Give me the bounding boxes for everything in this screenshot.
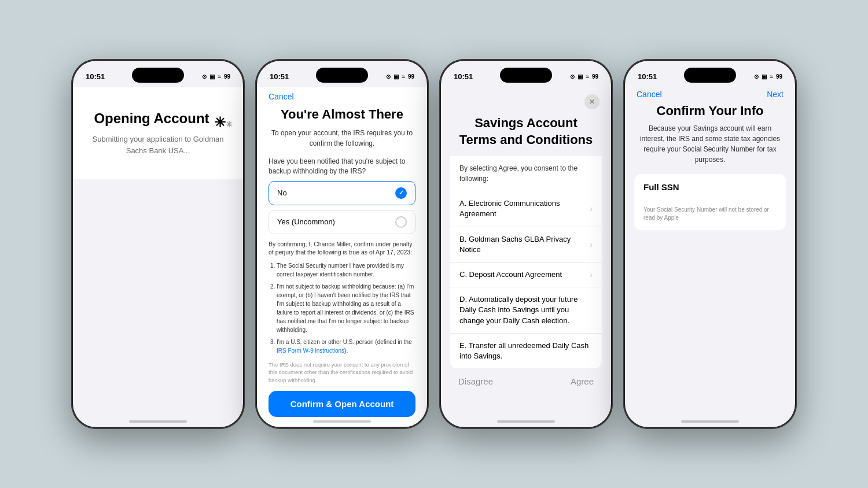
certify-item-1: The Social Security number I have provid… xyxy=(277,261,415,279)
battery-label-2: 99 xyxy=(408,73,414,80)
terms-content[interactable]: By selecting Agree, you consent to the f… xyxy=(441,156,611,368)
ssn-input[interactable] xyxy=(643,197,777,205)
status-icons-1: ⊙ ▣ ≈ 99 xyxy=(202,73,230,80)
phone-1: 10:51 ⊙ ▣ ≈ 99 Opening Account ✳ Submitt… xyxy=(71,59,245,429)
battery-label-4: 99 xyxy=(776,73,782,80)
loading-spinner: ✳ xyxy=(214,114,222,123)
almost-there-subtitle: To open your account, the IRS requires y… xyxy=(269,128,415,149)
terms-item-b[interactable]: B. Goldman Sachs GLBA Privacy Notice › xyxy=(450,227,602,263)
battery-label: 99 xyxy=(224,73,230,80)
status-time-4: 10:51 xyxy=(638,72,657,81)
terms-item-d: D. Automatically deposit your future Dai… xyxy=(450,287,602,334)
terms-item-e: E. Transfer all unredeemed Daily Cash in… xyxy=(450,334,602,368)
radio-no-label: No xyxy=(277,188,287,197)
status-icons-4: ⊙ ▣ ≈ 99 xyxy=(754,73,782,80)
nav-bar-2: Cancel xyxy=(257,87,427,105)
terms-item-c[interactable]: C. Deposit Account Agreement › xyxy=(450,263,602,287)
status-time-3: 10:51 xyxy=(454,72,473,81)
agree-button[interactable]: Agree xyxy=(571,376,594,386)
ssn-card: Full SSN Your Social Security Number wil… xyxy=(634,174,786,230)
activity-icon-3: ⊙ xyxy=(570,73,575,80)
irs-link[interactable]: IRS Form W-9 instructions xyxy=(277,347,344,354)
wifi-icon-2: ≈ xyxy=(402,73,405,80)
radio-yes-check xyxy=(395,216,407,228)
confirm-screen: Cancel Next Confirm Your Info Because yo… xyxy=(625,87,795,230)
terms-item-c-text: C. Deposit Account Agreement xyxy=(459,269,585,280)
dynamic-island-4 xyxy=(684,68,736,83)
phone-4: 10:51 ⊙ ▣ ≈ 99 Cancel Next Confirm Your … xyxy=(623,59,797,429)
chevron-icon-c: › xyxy=(590,270,593,279)
dynamic-island-2 xyxy=(316,68,368,83)
camera-icon-2: ▣ xyxy=(393,73,399,80)
home-indicator-1 xyxy=(129,420,187,423)
home-indicator-3 xyxy=(497,420,555,423)
status-time-2: 10:51 xyxy=(270,72,289,81)
phone-2: 10:51 ⊙ ▣ ≈ 99 Cancel You're Almost Ther… xyxy=(255,59,429,429)
status-time-1: 10:51 xyxy=(86,72,105,81)
opening-subtitle: Submitting your application to Goldman S… xyxy=(90,134,226,156)
certify-text: By confirming, I, Chance Miller, confirm… xyxy=(269,240,415,257)
cancel-button-4[interactable]: Cancel xyxy=(637,90,662,99)
phone-4-screen: 10:51 ⊙ ▣ ≈ 99 Cancel Next Confirm Your … xyxy=(625,61,795,427)
almost-there-scroll[interactable]: You're Almost There To open your account… xyxy=(257,105,427,426)
wifi-icon: ≈ xyxy=(218,73,221,80)
confirm-open-button[interactable]: Confirm & Open Account xyxy=(269,391,415,417)
status-icons-3: ⊙ ▣ ≈ 99 xyxy=(570,73,598,80)
activity-icon-4: ⊙ xyxy=(754,73,759,80)
dynamic-island-1 xyxy=(132,68,184,83)
terms-title: Savings Account Terms and Conditions xyxy=(441,115,611,156)
terms-screen: ✕ Savings Account Terms and Conditions B… xyxy=(441,87,611,394)
phone-1-screen: 10:51 ⊙ ▣ ≈ 99 Opening Account ✳ Submitt… xyxy=(73,61,243,427)
confirm-description: Because your Savings account will earn i… xyxy=(625,123,795,174)
radio-no[interactable]: No xyxy=(269,181,415,205)
opening-title: Opening Account ✳ xyxy=(94,110,222,127)
activity-icon: ⊙ xyxy=(202,73,207,80)
certify-item-2: I'm not subject to backup withholding be… xyxy=(277,282,415,334)
phone-3: 10:51 ⊙ ▣ ≈ 99 ✕ Savings Account Terms a… xyxy=(439,59,613,429)
irs-note: The IRS does not require your consent to… xyxy=(269,361,415,384)
wifi-icon-3: ≈ xyxy=(586,73,589,80)
home-indicator-2 xyxy=(313,420,371,423)
activity-icon-2: ⊙ xyxy=(386,73,391,80)
terms-item-e-text: E. Transfer all unredeemed Daily Cash in… xyxy=(459,341,593,361)
terms-item-d-text: D. Automatically deposit your future Dai… xyxy=(459,294,593,326)
ssn-note: Your Social Security Number will not be … xyxy=(643,206,777,222)
radio-no-check xyxy=(395,187,407,199)
camera-icon: ▣ xyxy=(209,73,215,80)
certify-list: The Social Security number I have provid… xyxy=(269,261,415,355)
phones-container: 10:51 ⊙ ▣ ≈ 99 Opening Account ✳ Submitt… xyxy=(71,59,797,429)
certify-item-3: I'm a U.S. citizen or other U.S. person … xyxy=(277,338,415,355)
wifi-icon-4: ≈ xyxy=(770,73,773,80)
terms-header: ✕ xyxy=(441,87,611,115)
confirm-title: Confirm Your Info xyxy=(625,101,795,123)
opening-screen: Opening Account ✳ Submitting your applic… xyxy=(73,87,243,179)
terms-intro: By selecting Agree, you consent to the f… xyxy=(450,156,602,191)
camera-icon-3: ▣ xyxy=(578,73,583,80)
almost-there-screen: Cancel You're Almost There To open your … xyxy=(257,87,427,426)
camera-icon-4: ▣ xyxy=(762,73,767,80)
phone-3-screen: 10:51 ⊙ ▣ ≈ 99 ✕ Savings Account Terms a… xyxy=(441,61,611,427)
chevron-icon-b: › xyxy=(590,240,593,249)
battery-label-3: 99 xyxy=(592,73,598,80)
question-text: Have you been notified that you're subje… xyxy=(269,157,415,176)
next-button-4[interactable]: Next xyxy=(767,90,784,99)
terms-item-a-text: A. Electronic Communications Agreement xyxy=(459,198,585,219)
disagree-button[interactable]: Disagree xyxy=(458,376,493,386)
radio-yes-label: Yes (Uncommon) xyxy=(277,217,335,226)
opening-title-text: Opening Account xyxy=(94,110,209,127)
terms-item-a[interactable]: A. Electronic Communications Agreement › xyxy=(450,191,602,227)
phone-2-screen: 10:51 ⊙ ▣ ≈ 99 Cancel You're Almost Ther… xyxy=(257,61,427,427)
dynamic-island-3 xyxy=(500,68,552,83)
radio-yes[interactable]: Yes (Uncommon) xyxy=(269,210,415,234)
terms-list-group: By selecting Agree, you consent to the f… xyxy=(450,156,602,368)
cancel-button-2[interactable]: Cancel xyxy=(269,92,294,101)
almost-there-title: You're Almost There xyxy=(269,107,415,122)
terms-close-button[interactable]: ✕ xyxy=(584,94,599,109)
terms-item-b-text: B. Goldman Sachs GLBA Privacy Notice xyxy=(459,234,585,255)
ssn-label: Full SSN xyxy=(643,182,777,192)
chevron-icon-a: › xyxy=(590,204,593,213)
home-indicator-4 xyxy=(681,420,739,423)
terms-footer: Disagree Agree xyxy=(441,368,611,394)
confirm-header: Cancel Next xyxy=(625,87,795,101)
status-icons-2: ⊙ ▣ ≈ 99 xyxy=(386,73,414,80)
